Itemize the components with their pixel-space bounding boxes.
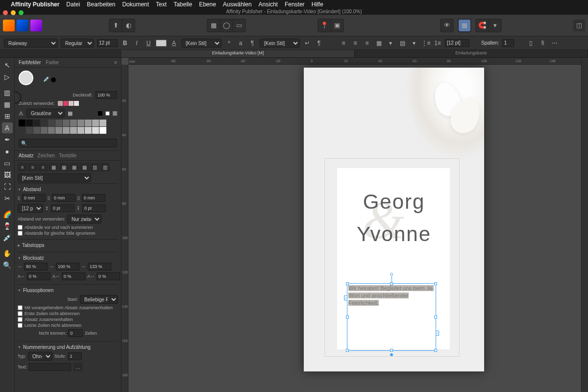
handle-ml[interactable] <box>346 316 349 318</box>
handle-tr[interactable] <box>434 282 437 285</box>
close-window[interactable] <box>3 10 8 15</box>
columns-input[interactable] <box>502 39 514 47</box>
menu-bearbeiten[interactable]: Bearbeiten <box>87 1 115 8</box>
handle-bl[interactable] <box>346 349 349 352</box>
nohyph-input[interactable] <box>68 329 83 337</box>
tab-video[interactable]: Einladungskarte-Video [M] <box>122 50 355 57</box>
number-list-button[interactable]: 1≡ <box>433 39 442 48</box>
text-color-swatch[interactable] <box>156 40 167 47</box>
wordspace-min[interactable] <box>24 263 48 270</box>
menu-tabelle[interactable]: Tabelle <box>173 1 192 8</box>
swatch[interactable] <box>41 127 48 134</box>
pan-tool-icon[interactable]: ✋ <box>2 248 13 259</box>
align-left-button[interactable]: ≡ <box>339 39 348 48</box>
pin-icon[interactable]: 📍 <box>318 20 330 31</box>
align-right-button[interactable]: ≡ <box>363 39 371 48</box>
para-style-icon[interactable]: ¶ <box>248 39 257 48</box>
usebefore-select[interactable]: Nur zwischen… <box>67 215 101 223</box>
baseline-icon[interactable]: ◯ <box>220 20 232 31</box>
pen-tool-icon[interactable]: ✒ <box>2 134 13 145</box>
handle-mr[interactable] <box>434 316 437 318</box>
menu-fenster[interactable]: Fenster <box>285 1 305 8</box>
flow-out-port[interactable]: ▹ <box>436 331 439 336</box>
indent-right[interactable] <box>52 194 75 202</box>
swatch[interactable] <box>33 127 40 134</box>
swatch[interactable] <box>63 120 70 126</box>
para-style-select[interactable]: [Kein Stil] <box>260 39 300 48</box>
justify-dropdown-icon[interactable]: ▾ <box>386 39 395 48</box>
float-icon[interactable]: ▣ <box>331 20 343 31</box>
menu-auswaehlen[interactable]: Auswählen <box>223 1 252 8</box>
subscript-icon[interactable]: a <box>236 39 245 48</box>
wordspace-opt[interactable] <box>56 263 79 270</box>
swatch[interactable] <box>92 120 99 126</box>
gray-swatch[interactable] <box>113 111 117 116</box>
baseline-handle[interactable] <box>390 353 393 356</box>
fill-swatch[interactable] <box>19 71 33 85</box>
para-justify-right[interactable]: ▦ <box>69 163 79 172</box>
para-justify-all[interactable]: ▦ <box>79 163 89 172</box>
swatch[interactable] <box>26 127 33 134</box>
hyphenation-icon[interactable]: ↵ <box>303 39 312 48</box>
zoom-tool-icon[interactable]: 🔍 <box>2 260 13 270</box>
canvas[interactable]: mm -80 -60 -40 -20 0 20 40 60 80 100 120… <box>122 58 581 392</box>
preflight-icon[interactable]: ⬆ <box>110 20 122 31</box>
section-blocksatz[interactable]: Blocksatz <box>18 254 118 262</box>
superscript-icon[interactable]: ᴬ <box>224 39 233 48</box>
swatch[interactable] <box>55 127 62 134</box>
palette-grid-icon[interactable]: ▦ <box>68 110 73 117</box>
swatch[interactable] <box>19 120 25 126</box>
para-align-center[interactable]: ≡ <box>28 163 38 172</box>
selected-text-frame[interactable]: ▹ ▹ Wir heiraten! Begleitet uns beim Ja-… <box>347 283 436 351</box>
letterspace-opt[interactable] <box>62 272 85 280</box>
ignore-same-check[interactable] <box>18 231 23 236</box>
swatches-tab[interactable]: Farbfelder <box>19 60 41 65</box>
move-tool-icon[interactable]: ↖ <box>2 60 13 71</box>
swatch[interactable] <box>26 120 33 126</box>
indent-first[interactable] <box>82 194 105 202</box>
persona-designer-icon[interactable] <box>17 20 28 31</box>
numtext-btn[interactable]: … <box>73 363 83 371</box>
magnet-icon[interactable]: 🧲 <box>476 20 488 31</box>
character-tab[interactable]: Zeichen <box>38 153 55 158</box>
swatch[interactable] <box>55 120 62 126</box>
swatch[interactable] <box>77 127 84 134</box>
picture-frame-tool-icon[interactable]: 🖼 <box>2 170 13 180</box>
valign-dropdown-icon[interactable]: ▾ <box>410 39 418 48</box>
swatch[interactable] <box>19 127 25 134</box>
section-flow[interactable]: Flussoptionen <box>18 287 118 294</box>
swatch[interactable] <box>77 120 84 126</box>
recent-swatch[interactable] <box>63 101 68 106</box>
typography-icon[interactable]: fi <box>539 39 547 48</box>
swatch[interactable] <box>33 120 40 126</box>
menu-ebene[interactable]: Ebene <box>199 1 216 8</box>
handle-tm[interactable] <box>390 282 393 285</box>
handle-bm[interactable] <box>390 349 393 352</box>
no-orphan-check[interactable] <box>18 323 23 328</box>
registration-swatch[interactable] <box>105 111 110 116</box>
page[interactable]: & Georg Yvonne ▹ ▹ Wir heiraten! Begleit… <box>304 68 484 371</box>
menu-datei[interactable]: Datei <box>66 1 80 8</box>
table-tool-icon[interactable]: ⊞ <box>2 111 13 122</box>
rectangle-tool-icon[interactable]: ▭ <box>2 158 13 169</box>
justify-button[interactable]: ▦ <box>374 39 383 48</box>
stufe-input[interactable] <box>68 352 82 360</box>
flow-in-port[interactable]: ▹ <box>344 295 347 300</box>
swatch[interactable] <box>99 127 106 134</box>
frame-text-tool-icon[interactable]: ▦ <box>2 99 13 110</box>
recent-swatch[interactable] <box>69 101 74 106</box>
show-special-icon[interactable]: ¶ <box>315 39 323 48</box>
ruler-horizontal[interactable]: mm -80 -60 -40 -20 0 20 40 60 80 100 120… <box>128 58 581 65</box>
italic-button[interactable]: I <box>132 39 141 48</box>
recent-swatch[interactable] <box>74 101 79 106</box>
persona-photo-icon[interactable] <box>30 20 42 31</box>
swatch-search[interactable]: 🔍 <box>19 139 117 147</box>
studio-toggle-icon[interactable]: ◫ <box>573 20 585 31</box>
section-numbering[interactable]: Nummerierung und Aufzählung <box>18 343 118 351</box>
eyedropper-icon[interactable]: 💉 <box>43 76 50 82</box>
char-style-select[interactable]: [Kein Stil] <box>181 39 221 48</box>
place-image-tool-icon[interactable]: ⛶ <box>2 181 13 192</box>
defaults-icon[interactable]: ◐ <box>122 20 134 31</box>
indent-left[interactable] <box>22 194 46 202</box>
space-after[interactable] <box>82 204 106 212</box>
